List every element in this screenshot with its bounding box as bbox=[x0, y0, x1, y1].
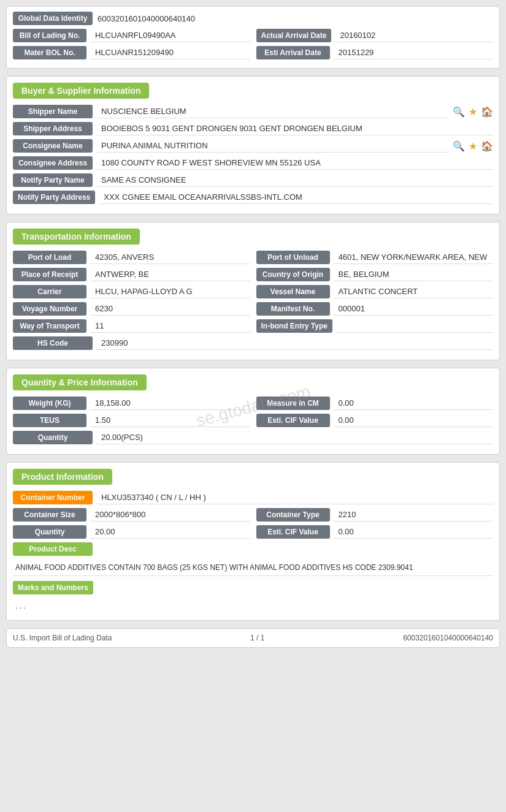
country-origin-value: BE, BELGIUM bbox=[334, 268, 494, 281]
footer-page: 1 / 1 bbox=[250, 634, 264, 642]
container-number-label: Container Number bbox=[13, 491, 93, 504]
notify-party-name-row: Notify Party Name SAME AS CONSIGNEE bbox=[13, 173, 493, 187]
footer-left: U.S. Import Bill of Lading Data bbox=[13, 634, 112, 642]
vessel-col: Vessel Name ATLANTIC CONCERT bbox=[256, 285, 494, 298]
port-unload-value: 4601, NEW YORK/NEWARK AREA, NEW bbox=[334, 251, 494, 264]
mbol-label: Mater BOL No. bbox=[13, 46, 86, 59]
esti-cif-value: 0.00 bbox=[334, 414, 494, 427]
container-size-type-row: Container Size 2000*806*800 Container Ty… bbox=[13, 508, 493, 522]
shipper-icons: 🔍 ★ 🏠 bbox=[453, 106, 493, 118]
port-unload-col: Port of Unload 4601, NEW YORK/NEWARK ARE… bbox=[256, 251, 494, 264]
consignee-star-icon[interactable]: ★ bbox=[469, 140, 477, 152]
port-load-value: 42305, ANVERS bbox=[90, 251, 250, 264]
consignee-address-label: Consignee Address bbox=[13, 156, 93, 170]
hs-code-label: HS Code bbox=[13, 336, 93, 350]
quantity-value: 20.00(PCS) bbox=[96, 431, 493, 444]
teus-cif-row: TEUS 1.50 Esti. CIF Value 0.00 bbox=[13, 414, 493, 427]
manifest-col: Manifest No. 000001 bbox=[256, 302, 494, 316]
teus-value: 1.50 bbox=[90, 414, 250, 427]
esti-arrival-label: Esti Arrival Date bbox=[256, 46, 330, 59]
inbond-value bbox=[336, 319, 493, 333]
shipper-name-row: Shipper Name NUSCIENCE BELGIUM 🔍 ★ 🏠 bbox=[13, 105, 493, 118]
shipper-name-label: Shipper Name bbox=[13, 105, 93, 118]
global-id-card: Global Data Identity 6003201601040000640… bbox=[6, 6, 500, 69]
country-origin-label: Country of Origin bbox=[256, 268, 330, 281]
inbond-col: In-bond Entry Type bbox=[256, 319, 494, 333]
mbol-value: HLCUANR151209490 bbox=[90, 46, 250, 59]
weight-measure-row: Weight (KG) 18,158.00 Measure in CM 0.00 bbox=[13, 397, 493, 410]
bol-label: Bill of Lading No. bbox=[13, 29, 86, 42]
consignee-name-value: PURINA ANIMAL NUTRITION bbox=[96, 139, 448, 153]
inbond-label: In-bond Entry Type bbox=[256, 319, 332, 333]
container-type-label: Container Type bbox=[256, 508, 330, 522]
transportation-card: Transportation Information Port of Load … bbox=[6, 222, 500, 360]
actual-arrival-col: Actual Arrival Date 20160102 bbox=[256, 29, 494, 42]
place-receipt-value: ANTWERP, BE bbox=[90, 268, 250, 281]
vessel-value: ATLANTIC CONCERT bbox=[334, 285, 494, 298]
voyage-value: 6230 bbox=[90, 302, 250, 316]
container-size-label: Container Size bbox=[13, 508, 86, 522]
footer-right: 6003201601040000640140 bbox=[403, 634, 493, 642]
teus-label: TEUS bbox=[13, 414, 86, 427]
consignee-search-icon[interactable]: 🔍 bbox=[453, 140, 465, 152]
port-load-col: Port of Load 42305, ANVERS bbox=[13, 251, 250, 264]
manifest-value: 000001 bbox=[334, 302, 494, 316]
weight-label: Weight (KG) bbox=[13, 397, 86, 410]
global-id-value: 6003201601040000640140 bbox=[93, 12, 200, 25]
esti-arrival-value: 20151229 bbox=[334, 46, 494, 59]
receipt-origin-row: Place of Receipt ANTWERP, BE Country of … bbox=[13, 268, 493, 281]
prod-cif-label: Esti. CIF Value bbox=[256, 525, 330, 539]
buyer-supplier-card: Buyer & Supplier Information Shipper Nam… bbox=[6, 76, 500, 214]
way-transport-col: Way of Transport 11 bbox=[13, 319, 250, 333]
quantity-label: Quantity bbox=[13, 431, 93, 444]
esti-cif-label: Esti. CIF Value bbox=[256, 414, 330, 427]
carrier-label: Carrier bbox=[13, 285, 86, 298]
notify-party-name-label: Notify Party Name bbox=[13, 173, 93, 187]
container-size-col: Container Size 2000*806*800 bbox=[13, 508, 250, 522]
notify-party-address-row: Notify Party Address XXX CGNEE EMAIL OCE… bbox=[13, 191, 493, 204]
country-origin-col: Country of Origin BE, BELGIUM bbox=[256, 268, 494, 281]
measure-value: 0.00 bbox=[334, 397, 494, 410]
prod-cif-value: 0.00 bbox=[334, 525, 494, 539]
shipper-name-value: NUSCIENCE BELGIUM bbox=[96, 105, 448, 118]
weight-value: 18,158.00 bbox=[90, 397, 250, 410]
bol-left: Bill of Lading No. HLCUANRFL09490AA bbox=[13, 29, 250, 42]
way-transport-label: Way of Transport bbox=[13, 319, 86, 333]
consignee-home-icon[interactable]: 🏠 bbox=[481, 140, 493, 152]
weight-col: Weight (KG) 18,158.00 bbox=[13, 397, 250, 410]
prod-qty-cif-row: Quantity 20.00 Esti. CIF Value 0.00 bbox=[13, 525, 493, 539]
manifest-label: Manifest No. bbox=[256, 302, 330, 316]
quantity-price-card: Quantity & Price Information Weight (KG)… bbox=[6, 368, 500, 455]
place-receipt-label: Place of Receipt bbox=[13, 268, 86, 281]
shipper-address-row: Shipper Address BOOIEBOS 5 9031 GENT DRO… bbox=[13, 122, 493, 135]
consignee-name-row: Consignee Name PURINA ANIMAL NUTRITION 🔍… bbox=[13, 139, 493, 153]
shipper-star-icon[interactable]: ★ bbox=[469, 106, 477, 118]
shipper-home-icon[interactable]: 🏠 bbox=[481, 106, 493, 118]
transportation-header: Transportation Information bbox=[13, 229, 140, 245]
quantity-price-header: Quantity & Price Information bbox=[13, 374, 147, 390]
place-receipt-col: Place of Receipt ANTWERP, BE bbox=[13, 268, 250, 281]
notify-party-name-value: SAME AS CONSIGNEE bbox=[96, 173, 493, 187]
shipper-search-icon[interactable]: 🔍 bbox=[453, 106, 465, 118]
bill-of-lading-row: Bill of Lading No. HLCUANRFL09490AA Actu… bbox=[13, 29, 493, 42]
teus-col: TEUS 1.50 bbox=[13, 414, 250, 427]
voyage-col: Voyage Number 6230 bbox=[13, 302, 250, 316]
shipper-address-label: Shipper Address bbox=[13, 122, 93, 135]
notify-party-address-value: XXX CGNEE EMAIL OCEANARRIVALSSBS-INTL.CO… bbox=[99, 191, 493, 204]
carrier-vessel-row: Carrier HLCU, HAPAG-LLOYD A G Vessel Nam… bbox=[13, 285, 493, 298]
way-transport-value: 11 bbox=[90, 319, 250, 333]
esti-cif-col: Esti. CIF Value 0.00 bbox=[256, 414, 494, 427]
marks-numbers-label: Marks and Numbers bbox=[13, 581, 93, 594]
master-bol-row: Mater BOL No. HLCUANR151209490 Esti Arri… bbox=[13, 46, 493, 59]
port-unload-label: Port of Unload bbox=[256, 251, 330, 264]
footer-bar: U.S. Import Bill of Lading Data 1 / 1 60… bbox=[6, 628, 500, 648]
prod-qty-value: 20.00 bbox=[90, 525, 250, 539]
measure-col: Measure in CM 0.00 bbox=[256, 397, 494, 410]
consignee-icons: 🔍 ★ 🏠 bbox=[453, 140, 493, 152]
buyer-supplier-header: Buyer & Supplier Information bbox=[13, 83, 149, 99]
vessel-label: Vessel Name bbox=[256, 285, 330, 298]
shipper-address-value: BOOIEBOS 5 9031 GENT DRONGEN 9031 GENT D… bbox=[96, 122, 493, 135]
product-info-header: Product Information bbox=[13, 469, 112, 485]
product-desc-text: ANIMAL FOOD ADDITIVES CONTAIN 700 BAGS (… bbox=[13, 560, 493, 576]
marks-numbers-text: . . . bbox=[13, 598, 493, 614]
